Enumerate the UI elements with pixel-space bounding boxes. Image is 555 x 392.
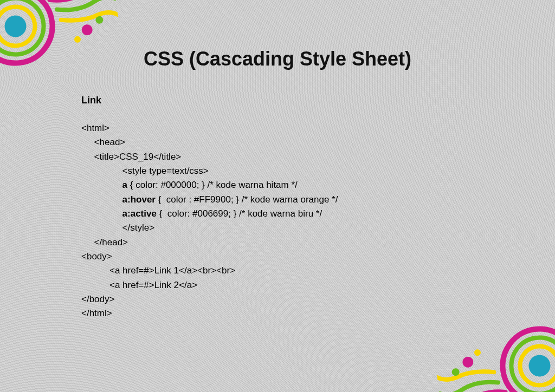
- svg-point-4: [81, 24, 93, 36]
- content-area: Link <html> <head> <title>CSS_19</title>…: [81, 93, 522, 321]
- code-line: <body>: [81, 251, 112, 262]
- code-selector: a:active: [122, 208, 157, 219]
- code-selector: a: [122, 180, 127, 190]
- svg-point-13: [474, 349, 481, 356]
- code-line: </body>: [81, 294, 114, 304]
- svg-point-6: [74, 36, 81, 43]
- code-line: </style>: [81, 223, 154, 233]
- svg-point-11: [462, 356, 474, 369]
- code-block: <html> <head> <title>CSS_19</title> <sty…: [81, 121, 522, 321]
- code-line: <a href=#>Link 1</a><br><br>: [81, 265, 235, 276]
- code-line: a:hover { color : #FF9900; } /* kode war…: [81, 194, 338, 205]
- code-selector: a:hover: [122, 194, 156, 205]
- code-line: <a href=#>Link 2</a>: [81, 280, 197, 290]
- svg-point-10: [527, 354, 552, 378]
- code-line: </html>: [81, 308, 112, 318]
- code-line: a { color: #000000; } /* kode warna hita…: [81, 180, 298, 190]
- svg-point-3: [3, 14, 28, 38]
- slide: CSS (Cascading Style Sheet) Link <html> …: [0, 0, 555, 392]
- page-title: CSS (Cascading Style Sheet): [0, 48, 555, 70]
- subtitle: Link: [81, 93, 522, 108]
- code-line: <style type=text/css>: [81, 166, 209, 176]
- code-line: a:active { color: #006699; } /* kode war…: [81, 208, 322, 219]
- code-line: <title>CSS_19</title>: [81, 152, 181, 162]
- code-line: </head>: [81, 237, 128, 247]
- code-line: <head>: [81, 137, 125, 147]
- decorative-swirl-top-left: [0, 0, 125, 85]
- code-line: <html>: [81, 123, 109, 133]
